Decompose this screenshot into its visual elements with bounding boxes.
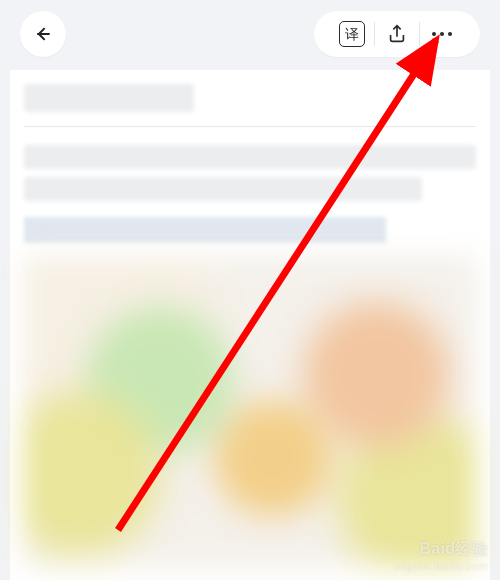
more-button[interactable] [420,18,464,50]
action-pill: 译 [314,11,480,57]
more-icon [432,32,452,36]
share-icon [386,23,408,45]
placeholder-line [24,177,422,201]
watermark-brand-prefix: Bai [420,540,446,557]
placeholder-image [24,257,476,567]
arrow-left-icon [33,24,53,44]
placeholder-line [24,145,476,169]
page-content [10,70,490,580]
watermark: Baid经验 jingyan.baidu.com [394,539,488,572]
watermark-url: jingyan.baidu.com [394,560,488,572]
translate-button[interactable]: 译 [330,18,374,50]
placeholder-block [24,217,386,243]
watermark-brand-suffix: 经验 [455,540,488,557]
share-button[interactable] [375,18,419,50]
top-toolbar: 译 [0,0,500,68]
translate-icon: 译 [339,21,365,47]
divider [24,126,476,127]
watermark-brand-accent: d [445,540,455,557]
back-button[interactable] [20,11,66,57]
placeholder-title [24,84,194,112]
